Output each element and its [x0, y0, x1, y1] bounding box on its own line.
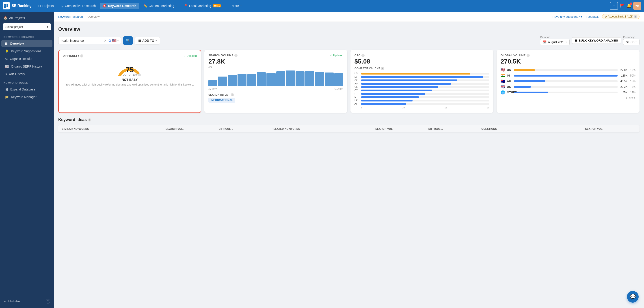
- cpc-value: $5.08: [354, 58, 490, 65]
- sidebar-item-keyword-suggestions[interactable]: 💡 Keyword Suggestions: [1, 48, 52, 55]
- svg-rect-1: [6, 4, 8, 6]
- app-logo[interactable]: SE Ranking: [3, 2, 32, 10]
- cpc-country-label: HK: [354, 99, 360, 102]
- gv-number: 22.2K: [619, 85, 628, 88]
- gv-pct: 17%: [629, 91, 636, 94]
- cpc-info-icon[interactable]: i: [362, 54, 364, 57]
- nav-item-projects[interactable]: ⊟ Projects: [35, 3, 57, 9]
- sidebar-item-overview[interactable]: ⊞ Overview: [1, 40, 52, 47]
- gv-bar-fill: [514, 92, 548, 93]
- search-row: ✕ G 🇺🇸 ▾ 🔍 ⊞ ADD TO ▾ Data for:: [58, 36, 640, 45]
- add-button[interactable]: +: [610, 2, 618, 10]
- gv-info-icon[interactable]: i: [526, 54, 530, 57]
- cpc-x-axis: 5101520: [354, 106, 490, 109]
- cpc-bar-bg: [361, 100, 490, 101]
- cpc-bar-bg: [361, 83, 490, 85]
- breadcrumb-parent[interactable]: Keyword Research: [58, 15, 83, 19]
- search-input[interactable]: [61, 39, 102, 42]
- gv-pct: 15%: [629, 80, 636, 83]
- limit-icon: ⊙: [604, 15, 607, 18]
- sv-value: 27.8K: [208, 58, 343, 65]
- cpc-country-label: US: [354, 72, 360, 75]
- competition-info-icon[interactable]: i: [381, 67, 384, 70]
- cpc-country-label: IT: [354, 92, 360, 95]
- project-selector[interactable]: Select project ▾: [3, 23, 51, 30]
- main-content: Keyword Research › Overview Have any que…: [54, 12, 644, 308]
- breadcrumb-current: Overview: [88, 15, 100, 19]
- cpc-bar-row: LV: [354, 76, 490, 78]
- nav-item-content[interactable]: ✏️ Content Marketing ▾: [140, 3, 180, 9]
- currency-label: Currency:: [623, 36, 635, 39]
- cpc-country-label: CY: [354, 89, 360, 92]
- gv-pct: 10%: [629, 68, 636, 72]
- th-questions: QUESTIONS: [481, 127, 583, 130]
- cpc-bar-fill: [361, 96, 419, 98]
- search-button[interactable]: 🔍: [123, 36, 133, 45]
- sv-bar: [334, 73, 343, 86]
- chat-bubble[interactable]: 💬: [627, 291, 638, 302]
- cpc-bar-fill: [361, 76, 483, 78]
- main-layout: 🏠 All Projects Select project ▾ KEYWORD …: [0, 12, 644, 308]
- currency-selector[interactable]: $ USD ▾: [623, 39, 640, 45]
- notification-button[interactable]: 🔔 1: [626, 3, 632, 8]
- nav-item-keyword[interactable]: 🎯 Keyword Research: [100, 3, 140, 9]
- gv-row: 🌐 OTHER 45K 17%: [500, 90, 636, 94]
- google-flag-selector[interactable]: G 🇺🇸 ▾: [108, 38, 118, 43]
- difficulty-info-icon[interactable]: i: [80, 54, 83, 58]
- gv-rows: 🇺🇸 US 27.8K 10% 🇮🇳 IN 135K 50% 🇦🇺 AU 40.…: [500, 68, 636, 94]
- difficulty-out-of: OUT OF 100: [123, 73, 137, 76]
- sidebar-item-ads-history[interactable]: $ Ads History: [1, 71, 52, 78]
- intent-info-icon[interactable]: i: [231, 93, 234, 96]
- cpc-bar-fill: [361, 90, 432, 91]
- cpc-country-label: UK: [354, 86, 360, 88]
- nav-item-local[interactable]: 📍 Local Marketing TRIAL: [181, 3, 224, 9]
- nav-item-more[interactable]: ··· More ▾: [225, 3, 245, 9]
- clear-button[interactable]: ✕: [104, 39, 107, 42]
- search-intent-label: SEARCH INTENT i: [208, 93, 343, 96]
- avatar[interactable]: YK: [633, 2, 641, 10]
- bulk-keyword-button[interactable]: ⊞ BULK KEYWORD ANALYSIS: [572, 37, 621, 44]
- keyword-ideas-info-icon[interactable]: i: [88, 118, 91, 121]
- nav-item-competitive[interactable]: ◎ Competitive Research: [58, 3, 99, 9]
- sidebar-all-projects[interactable]: 🏠 All Projects: [0, 14, 54, 22]
- sidebar-item-serp-history[interactable]: 📈 Organic SERP History: [1, 63, 52, 70]
- info-icon[interactable]: i: [634, 15, 637, 18]
- more-icon: ···: [228, 4, 230, 8]
- minimize-icon: ←: [4, 300, 6, 303]
- sidebar-item-keyword-manager[interactable]: 📁 Keyword Manager: [1, 93, 52, 101]
- sv-bar: [276, 71, 285, 86]
- gv-number: 40.5K: [619, 80, 628, 83]
- gv-bar-fill: [514, 75, 618, 77]
- bulk-icon: ⊞: [575, 39, 577, 42]
- cpc-bar-fill: [361, 86, 438, 88]
- sidebar-item-organic-results[interactable]: ◎ Organic Results: [1, 55, 52, 62]
- svg-rect-0: [4, 4, 6, 6]
- cpc-card: CPC i $5.08 COMPETITION: 0.47 i US LV CZ: [350, 50, 494, 113]
- breadcrumb: Keyword Research › Overview: [58, 15, 100, 19]
- sv-info-icon[interactable]: i: [234, 54, 238, 57]
- th-diff-2: DIFFICUL...: [428, 127, 479, 130]
- competition-row: COMPETITION: 0.47 i: [354, 67, 490, 70]
- sv-bar: [208, 80, 217, 86]
- logo-icon: [3, 2, 10, 10]
- sv-bar: [238, 74, 246, 86]
- sidebar-item-expand-database[interactable]: 🗄 Expand Database: [1, 86, 52, 93]
- cpc-bar-fill: [361, 79, 457, 81]
- gv-country: IN: [507, 74, 512, 77]
- feedback-button[interactable]: Feedback: [586, 15, 598, 19]
- sv-chart-labels: Jul 2022 Jan 2023: [208, 88, 343, 90]
- flag-button[interactable]: 🚩: [620, 3, 625, 8]
- have-questions-button[interactable]: Have any questions? ▾: [552, 15, 582, 19]
- date-selector[interactable]: 📅 August 2023 ▾: [540, 39, 570, 45]
- sv-bar: [228, 75, 237, 86]
- chevron-down-icon: ▾: [47, 25, 48, 29]
- difficulty-updated: ✓ Updated: [184, 54, 197, 58]
- cpc-bar-row: CY: [354, 89, 490, 92]
- cpc-bar-row: IT: [354, 92, 490, 95]
- sv-bar: [257, 72, 266, 86]
- cpc-bar-row: CZ: [354, 79, 490, 81]
- ads-icon: $: [5, 72, 7, 76]
- help-icon[interactable]: ?: [46, 299, 50, 303]
- add-to-button[interactable]: ⊞ ADD TO ▾: [135, 37, 160, 45]
- sidebar-minimize[interactable]: ← Minimize ?: [0, 297, 54, 305]
